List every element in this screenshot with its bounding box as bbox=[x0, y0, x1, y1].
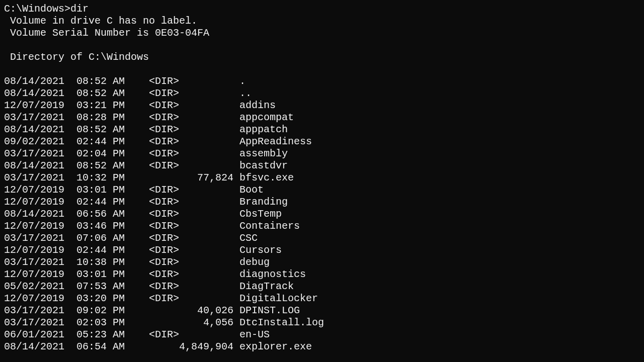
terminal-output[interactable]: C:\Windows>dir Volume in drive C has no … bbox=[4, 3, 640, 353]
